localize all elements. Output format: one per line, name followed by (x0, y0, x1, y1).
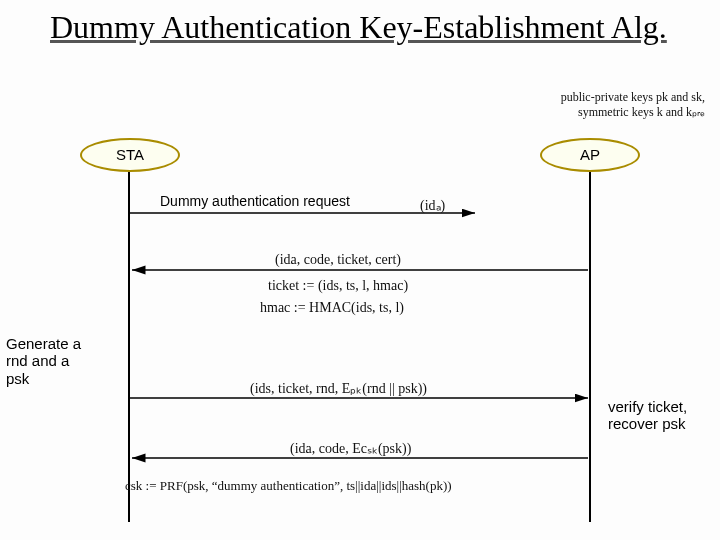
lifeline-ap (589, 172, 591, 522)
slide-title: Dummy Authentication Key-Establishment A… (50, 8, 667, 46)
note-sta-generate: Generate a rnd and a psk (6, 335, 96, 387)
key-legend: public-private keys pk and sk, symmetric… (561, 90, 705, 120)
msg2-ticket-def: ticket := (ids, ts, l, hmac) (268, 278, 408, 294)
msg1-payload: (idₐ) (420, 197, 445, 214)
msg2-hmac-def: hmac := HMAC(ids, ts, l) (260, 300, 404, 316)
actor-sta: STA (80, 138, 180, 172)
msg2-payload: (ida, code, ticket, cert) (275, 252, 401, 268)
msg3-payload: (ids, ticket, rnd, Eₚₖ(rnd || psk)) (250, 380, 427, 397)
lifeline-sta (128, 172, 130, 522)
legend-line-1: public-private keys pk and sk, (561, 90, 705, 105)
sequence-arrows (0, 0, 720, 540)
msg1-label: Dummy authentication request (160, 193, 350, 209)
legend-line-2: symmetric keys k and kₚᵣₑ (561, 105, 705, 120)
msg4-payload: (ida, code, Ecₛₖ(psk)) (290, 440, 411, 457)
actor-ap: AP (540, 138, 640, 172)
csk-definition: csk := PRF(psk, “dummy authentication”, … (125, 478, 452, 494)
note-ap-verify: verify ticket, recover psk (608, 398, 718, 433)
